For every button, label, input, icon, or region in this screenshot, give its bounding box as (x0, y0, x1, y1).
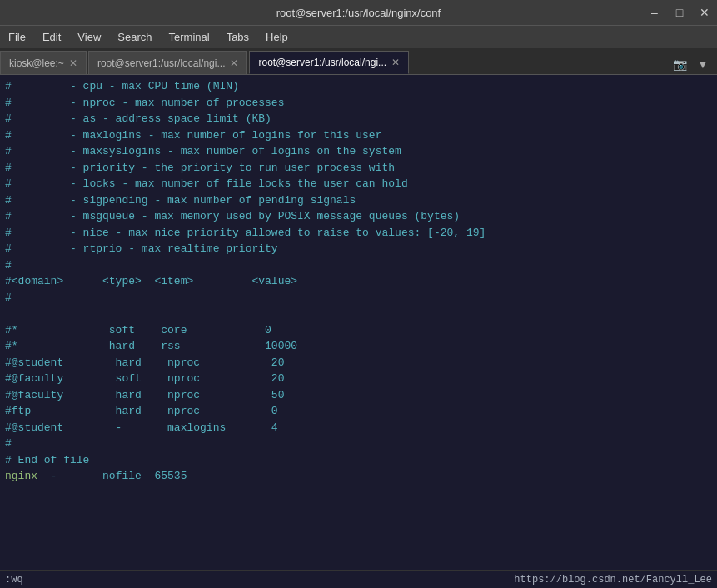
minimize-button[interactable]: – (642, 0, 667, 25)
status-bar: :wq https://blog.csdn.net/Fancyll_Lee (0, 570, 717, 588)
terminal-text: # - cpu - max CPU time (MIN) # - nproc -… (5, 78, 712, 485)
tab-root-1[interactable]: root@server1:/usr/local/ngi... ✕ (88, 51, 248, 74)
tab-close-icon[interactable]: ✕ (230, 57, 238, 69)
title-bar: root@server1:/usr/local/nginx/conf – □ ✕ (0, 0, 717, 25)
close-button[interactable]: ✕ (692, 0, 717, 25)
tabs-bar: kiosk@lee:~ ✕ root@server1:/usr/local/ng… (0, 48, 717, 75)
tabs-actions: 📷 ▼ (670, 54, 717, 74)
tab-close-icon[interactable]: ✕ (69, 57, 77, 69)
tab-close-icon[interactable]: ✕ (391, 57, 400, 68)
menu-help[interactable]: Help (257, 26, 296, 48)
window-title: root@server1:/usr/local/nginx/conf (276, 7, 441, 19)
menu-terminal[interactable]: Terminal (161, 26, 218, 48)
menu-tabs[interactable]: Tabs (218, 26, 257, 48)
tab-root-2[interactable]: root@server1:/usr/local/ngi... ✕ (249, 51, 409, 74)
menu-view[interactable]: View (69, 26, 109, 48)
maximize-button[interactable]: □ (667, 0, 692, 25)
vim-command: :wq (5, 574, 23, 586)
tab-label: root@server1:/usr/local/ngi... (97, 57, 226, 69)
tab-label: kiosk@lee:~ (9, 57, 64, 69)
menu-bar: File Edit View Search Terminal Tabs Help (0, 25, 717, 48)
tab-screenshot-icon[interactable]: 📷 (670, 54, 690, 74)
tab-label: root@server1:/usr/local/ngi... (258, 57, 386, 68)
tab-dropdown-icon[interactable]: ▼ (693, 54, 713, 74)
window-controls: – □ ✕ (642, 0, 717, 25)
menu-file[interactable]: File (0, 26, 34, 48)
menu-edit[interactable]: Edit (34, 26, 69, 48)
menu-search[interactable]: Search (109, 26, 160, 48)
terminal-content: # - cpu - max CPU time (MIN) # - nproc -… (0, 75, 717, 588)
status-url: https://blog.csdn.net/Fancyll_Lee (514, 574, 712, 586)
tab-kiosk[interactable]: kiosk@lee:~ ✕ (0, 51, 87, 74)
